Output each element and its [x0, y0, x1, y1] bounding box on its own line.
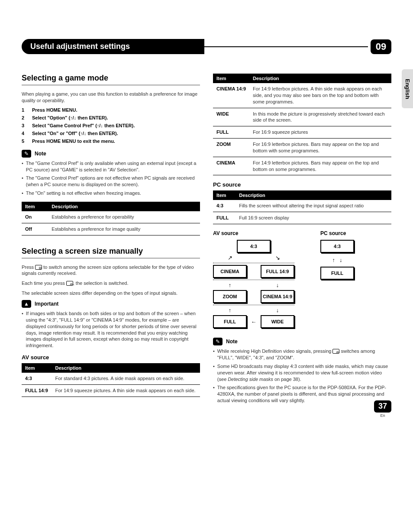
av-source-table-right: ItemDescription CINEMA 14:9For 14:9 lett… — [213, 74, 391, 175]
left-column: Selecting a game mode When playing a gam… — [22, 74, 200, 409]
box-zoom: ZOOM — [213, 290, 247, 303]
warning-icon: ▲ — [22, 300, 31, 308]
chapter-bar-line — [203, 46, 368, 47]
pencil-icon: ✎ — [22, 150, 31, 158]
screen-size-p3: The selectable screen sizes differ depen… — [22, 290, 200, 297]
language-tab: English — [402, 69, 413, 108]
av-source-heading: AV source — [22, 354, 200, 361]
box-full-pc: FULL — [320, 267, 354, 280]
chapter-number: 09 — [371, 39, 391, 54]
arrow-down-icon — [276, 282, 279, 288]
note-bullets-right: While receiving High Definition video si… — [213, 348, 391, 404]
screen-size-button-icon — [332, 349, 339, 354]
screen-size-button-icon — [35, 265, 42, 270]
box-cinema: CINEMA — [213, 265, 247, 278]
steps-list: 1Press HOME MENU. 2Select "Option" (↑/↓ … — [22, 107, 200, 144]
pc-source-table: ItemDescription 4:3Fills the screen with… — [213, 190, 391, 224]
section-title-game-mode: Selecting a game mode — [22, 74, 200, 86]
arrow-up-icon — [229, 307, 232, 313]
screen-size-diagrams: AV source 4:3 CINEMA FULL 14:9 ZOOM — [213, 230, 391, 328]
chapter-title: Useful adjustment settings — [22, 39, 204, 54]
arrow-down-icon — [339, 256, 342, 263]
pc-source-heading: PC source — [213, 181, 391, 188]
chapter-bar: Useful adjustment settings 09 — [22, 39, 391, 54]
box-wide: WIDE — [261, 315, 294, 328]
arrow-up-icon — [332, 256, 336, 263]
av-source-table-left: ItemDescription 4:3For standard 4:3 pict… — [22, 363, 200, 397]
important-bullets: If images with black bands on both sides… — [22, 310, 200, 349]
box-4-3-pc: 4:3 — [320, 240, 354, 253]
right-column: ItemDescription CINEMA 14:9For 14:9 lett… — [213, 74, 391, 409]
box-full: FULL — [213, 315, 247, 328]
intro-text: When playing a game, you can use this fu… — [22, 91, 200, 104]
game-pref-table: ItemDescription OnEstablishes a preferen… — [22, 202, 200, 235]
page-number: 37 En — [374, 400, 391, 418]
screen-size-button-icon — [66, 281, 73, 286]
arrow-se-icon — [275, 255, 280, 261]
screen-size-p1: Press to switch among the screen size op… — [22, 264, 200, 277]
note-heading-right: ✎ Note — [213, 338, 391, 345]
arrow-ne-icon — [228, 255, 232, 261]
arrow-up-icon — [229, 282, 232, 288]
arrow-down-icon — [276, 307, 279, 313]
screen-size-p2: Each time you press , the selection is s… — [22, 280, 200, 287]
box-cinema-14-9: CINEMA 14:9 — [261, 290, 294, 303]
box-full-14-9: FULL 14:9 — [261, 265, 294, 278]
section-title-screen-size: Selecting a screen size manually — [22, 247, 200, 259]
box-4-3: 4:3 — [237, 240, 271, 253]
av-source-diagram: AV source 4:3 CINEMA FULL 14:9 ZOOM — [213, 230, 294, 328]
important-heading: ▲ Important — [22, 300, 200, 308]
pc-source-diagram: PC source 4:3 FULL — [320, 230, 354, 328]
note-bullets: The "Game Control Pref" is only availabl… — [22, 160, 200, 197]
note-heading: ✎ Note — [22, 150, 200, 158]
arrow-left-icon — [251, 319, 257, 325]
pencil-icon: ✎ — [213, 338, 223, 345]
